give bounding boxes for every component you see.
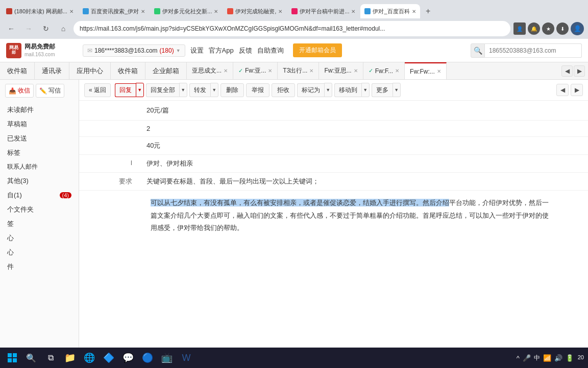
help-link[interactable]: 自助查询 <box>257 46 284 55</box>
tab-inbox2-nav[interactable]: 收件箱 <box>111 62 145 79</box>
start-button[interactable] <box>4 350 20 366</box>
tab-fw-fw-close[interactable]: ✕ <box>437 68 441 74</box>
sidebar-item-labels[interactable]: 标签 <box>0 146 79 160</box>
more-dropdown[interactable]: ▼ <box>393 83 401 97</box>
move-dropdown[interactable]: ▼ <box>361 83 370 97</box>
tab-yasi-writing[interactable]: 亚思成文... ✕ <box>187 62 233 79</box>
tab3-close[interactable]: ✕ <box>214 9 218 14</box>
tab-fw-f[interactable]: ✓ Fw:F... ✕ <box>363 62 405 79</box>
taskbar-mic-icon[interactable]: 🎤 <box>523 354 531 362</box>
taskbar-volume-icon[interactable]: 🔊 <box>554 354 562 362</box>
sidebar-item-other[interactable]: 其他(3) <box>0 174 79 188</box>
settings-link[interactable]: 设置 <box>190 46 204 55</box>
ext-icon-2[interactable]: 🔔 <box>528 22 540 35</box>
sidebar-item-sent[interactable]: 已发送 <box>0 131 79 146</box>
official-app-link[interactable]: 官方App <box>209 46 234 55</box>
profile-icon[interactable]: 👤 <box>571 22 584 35</box>
tab-yasi-writing-close[interactable]: ✕ <box>224 68 228 74</box>
taskbar-ime-cn[interactable]: 中 <box>534 354 540 362</box>
taskbar-browser-btn[interactable]: 🌐 <box>81 350 98 366</box>
mark-dropdown[interactable]: ▼ <box>324 83 332 97</box>
sidebar-item-custom1[interactable]: 自(1) (4) <box>0 188 79 202</box>
forward-btn[interactable]: 转发 <box>189 83 210 97</box>
home-button[interactable]: ⌂ <box>56 21 70 36</box>
tab-fw-yasi2-close[interactable]: ✕ <box>354 68 358 74</box>
back-button[interactable]: ← <box>4 21 18 36</box>
nav-arrow-left[interactable]: ◀ <box>561 65 573 77</box>
tab1-close[interactable]: ✕ <box>69 9 74 14</box>
tab-inbox-nav[interactable]: 收件箱 <box>0 62 35 79</box>
sidebar-item-starred[interactable]: 草稿箱 <box>0 117 79 131</box>
browser-tab-4[interactable]: 伊对完成轮融资, ✕ <box>223 4 286 18</box>
sidebar-item-custom2[interactable]: 个文件夹 <box>0 202 79 217</box>
spam-btn[interactable]: 举报 <box>246 83 270 97</box>
sidebar-item-contacts[interactable]: 联系人邮件 <box>0 160 79 174</box>
reject-btn[interactable]: 拒收 <box>272 83 295 97</box>
ext-icon-1[interactable]: 👤 <box>513 22 526 35</box>
vip-button[interactable]: 开通邮箱会员 <box>293 43 342 57</box>
more-btn[interactable]: 更多 <box>372 83 393 97</box>
reply-all-btn[interactable]: 回复全部 <box>146 83 179 97</box>
tab-apps-nav[interactable]: 应用中心 <box>69 62 111 79</box>
mark-btn[interactable]: 标记为 <box>297 83 324 97</box>
taskbar-explorer-btn[interactable]: 📁 <box>61 350 79 366</box>
delete-btn[interactable]: 删除 <box>220 83 244 97</box>
browser-tab-6[interactable]: 伊对_百度百科 ✕ <box>360 4 420 18</box>
next-email-btn[interactable]: ▶ <box>571 84 583 96</box>
sidebar-item-templates[interactable]: 签 <box>0 217 79 231</box>
feedback-link[interactable]: 反馈 <box>239 46 252 55</box>
tab4-close[interactable]: ✕ <box>278 9 282 14</box>
tab5-close[interactable]: ✕ <box>351 9 355 14</box>
tab2-close[interactable]: ✕ <box>141 9 145 14</box>
taskbar-word-btn[interactable]: W <box>178 350 195 366</box>
sidebar-item-inbox[interactable]: 未读邮件 <box>0 103 79 117</box>
inbox-icon-btn[interactable]: 📥 收信 <box>5 84 34 98</box>
sidebar-item-folder3[interactable]: 件 <box>0 260 79 274</box>
taskbar-wifi-icon[interactable]: 📶 <box>543 354 551 362</box>
tab4-label: 伊对完成轮融资, <box>235 8 276 15</box>
new-tab-button[interactable]: + <box>421 4 435 18</box>
taskbar-wechat-btn[interactable]: 💬 <box>119 350 137 366</box>
taskbar-unknown-btn[interactable]: 🔵 <box>139 350 156 366</box>
taskbar-edge-btn[interactable]: 🔷 <box>100 350 117 366</box>
refresh-button[interactable]: ↻ <box>39 21 53 36</box>
forward-button[interactable]: → <box>21 21 36 36</box>
mail-search-input[interactable] <box>485 43 582 58</box>
tab-fw-yasi[interactable]: ✓ Fw:亚... ✕ <box>233 62 278 79</box>
taskbar-bilibili-btn[interactable]: 📺 <box>158 350 176 366</box>
tab-fw-yasi-close[interactable]: ✕ <box>268 68 272 74</box>
tab-contacts-nav[interactable]: 通讯录 <box>35 62 69 79</box>
address-input[interactable] <box>74 21 510 36</box>
tab-fw-f-close[interactable]: ✕ <box>395 68 399 74</box>
sidebar-item-vip[interactable]: 心 <box>0 231 79 245</box>
write-btn[interactable]: ✏️ 写信 <box>36 84 64 98</box>
taskbar-search-btn[interactable]: 🔍 <box>22 350 40 366</box>
reply-dropdown[interactable]: ▼ <box>136 83 144 97</box>
tab-enterprise-nav[interactable]: 企业邮箱 <box>145 62 187 79</box>
back-btn[interactable]: « 返回 <box>84 83 111 97</box>
account-icon: ✉ <box>87 47 92 54</box>
tab-t3[interactable]: T3出行... ✕ <box>278 62 319 79</box>
prev-email-btn[interactable]: ◀ <box>556 84 569 96</box>
reply-all-dropdown[interactable]: ▼ <box>179 83 187 97</box>
taskbar-arrow-icon[interactable]: ^ <box>517 354 520 362</box>
account-selector[interactable]: ✉ 186****3883@163.com (180) ▼ <box>83 44 185 57</box>
sidebar-item-folder2[interactable]: 心 <box>0 245 79 260</box>
nav-arrow-right[interactable]: ▶ <box>574 65 585 77</box>
ext-icon-3[interactable]: ★ <box>542 22 554 35</box>
tab-t3-close[interactable]: ✕ <box>309 68 313 74</box>
browser-tab-5[interactable]: 伊对平台稿中前进... ✕ <box>287 4 359 18</box>
tab6-close[interactable]: ✕ <box>412 9 416 14</box>
taskbar-battery-icon[interactable]: 🔋 <box>566 354 574 362</box>
tab2-favicon <box>83 8 89 14</box>
tab-fw-fw[interactable]: Fw:Fw:... ✕ <box>405 62 447 79</box>
browser-tab-2[interactable]: 百度资讯搜索_伊对 ✕ <box>79 4 149 18</box>
move-btn[interactable]: 移动到 <box>334 83 361 97</box>
reply-btn[interactable]: 回复 <box>115 83 136 97</box>
ext-icon-4[interactable]: ⬇ <box>556 22 569 35</box>
browser-tab-1[interactable]: (180封未读) 网易邮... ✕ <box>2 4 78 18</box>
forward-dropdown[interactable]: ▼ <box>210 83 218 97</box>
taskbar-taskview-btn[interactable]: ⧉ <box>42 350 59 366</box>
tab-fw-yasi2[interactable]: Fw:亚思... ✕ <box>319 62 363 79</box>
browser-tab-3[interactable]: 伊对多元化社交新... ✕ <box>150 4 222 18</box>
